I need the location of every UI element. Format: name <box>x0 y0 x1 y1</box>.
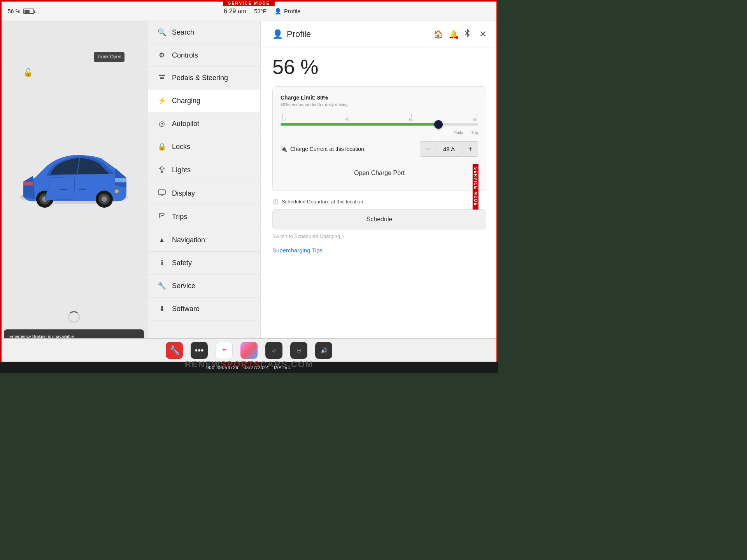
menu-item-safety[interactable]: ℹ Safety <box>148 252 260 275</box>
menu-charging-label: Charging <box>172 97 200 105</box>
profile-icon: 👤 <box>274 8 282 15</box>
status-profile[interactable]: 👤 Profile <box>274 8 301 15</box>
menu-item-service[interactable]: 🔧 Service <box>148 275 260 298</box>
menu-item-navigation[interactable]: ▲ Navigation <box>148 229 260 252</box>
menu-item-controls[interactable]: ⚙ Controls <box>148 44 260 67</box>
menu-item-search[interactable]: 🔍 Search <box>148 21 260 44</box>
menu-autopilot-label: Autopilot <box>172 120 199 128</box>
charging-icon: ⚡ <box>157 96 167 105</box>
menu-pedals-label: Pedals & Steering <box>172 74 228 82</box>
slider-tick-labels: | | | | <box>281 113 478 117</box>
menu-item-pedals[interactable]: Pedals & Steering <box>148 67 260 89</box>
dock-icon-media[interactable]: ⊟ <box>290 342 307 359</box>
watermark-cars: CARS.COM <box>260 359 313 369</box>
menu-item-software[interactable]: ⬇ Software <box>148 298 260 320</box>
menu-item-charging[interactable]: ⚡ Charging <box>148 89 260 112</box>
battery-percent-display: 56 % <box>272 55 486 79</box>
menu-lights-label: Lights <box>172 166 191 174</box>
slider-fill <box>281 123 438 126</box>
charge-plus-button[interactable]: + <box>463 141 478 157</box>
menu-locks-label: Locks <box>172 143 190 151</box>
slider-track[interactable] <box>281 123 478 126</box>
menu-item-lights[interactable]: Lights <box>148 158 260 182</box>
controls-icon: ⚙ <box>157 51 167 60</box>
charge-current-text: Charge Current at this location <box>290 146 364 152</box>
schedule-button[interactable]: Schedule <box>272 209 486 229</box>
dock-icon-more[interactable]: ••• <box>191 342 208 359</box>
charge-controls: − 48 A + <box>420 141 478 157</box>
autopilot-icon: ◎ <box>157 119 167 128</box>
navigation-icon: ▲ <box>157 236 167 244</box>
scheduled-label: 🕐 Scheduled Departure at this location <box>272 199 486 205</box>
main-content: Trunk Open 🔓 Emergency Braking is unavai… <box>0 21 498 354</box>
pedals-icon <box>157 74 167 82</box>
svg-point-16 <box>160 167 163 170</box>
battery-icon <box>23 9 34 14</box>
supercharging-tips-link[interactable]: Supercharging Tips <box>272 247 323 254</box>
menu-service-label: Service <box>172 282 195 290</box>
profile-person-icon: 👤 <box>272 29 283 39</box>
svg-rect-14 <box>159 75 165 76</box>
loading-spinner <box>68 311 80 323</box>
daily-trip-labels: Daily Trip <box>281 130 478 135</box>
car-display-area <box>0 40 148 323</box>
lights-icon <box>157 165 167 175</box>
charge-limit-header: Charge Limit: 80% <box>281 94 478 101</box>
svg-point-13 <box>115 189 119 193</box>
charging-content: 56 % Charge Limit: 80% 80% recommended f… <box>261 47 498 268</box>
svg-rect-11 <box>115 178 126 182</box>
battery-fill <box>25 10 30 13</box>
menu-item-locks[interactable]: 🔒 Locks <box>148 135 260 158</box>
charge-limit-sub: 80% recommended for daily driving <box>281 102 478 107</box>
clock-icon: 🕐 <box>272 199 279 205</box>
locks-icon: 🔒 <box>157 142 167 151</box>
menu-item-autopilot[interactable]: ◎ Autopilot <box>148 112 260 135</box>
slider-label-60: 60 <box>409 117 414 122</box>
charge-current-label: 🔌 Charge Current at this location <box>281 146 364 152</box>
content-title: 👤 Profile <box>272 29 311 39</box>
menu-safety-label: Safety <box>172 259 192 267</box>
charge-slider[interactable]: | | | | 20 40 60 80 <box>281 113 478 126</box>
status-temp: 53°F <box>254 8 267 14</box>
watermark-sports: SPORTS <box>221 359 260 369</box>
close-button[interactable]: ✕ <box>479 29 486 39</box>
dock-icon-calendar[interactable]: 27 <box>216 342 233 359</box>
menu-search-label: Search <box>172 28 194 37</box>
dock-icon-tools[interactable]: 🔧 <box>166 342 183 359</box>
battery-status: 56 % <box>8 8 34 14</box>
profile-title-text: Profile <box>287 29 311 39</box>
menu-item-trips[interactable]: Trips <box>148 205 260 229</box>
menu-trips-label: Trips <box>172 213 187 221</box>
svg-rect-22 <box>158 190 165 194</box>
bluetooth-icon[interactable] <box>464 29 471 39</box>
profile-label: Profile <box>284 8 301 14</box>
watermark-renew: RENEW <box>185 359 221 369</box>
trips-icon <box>157 212 167 222</box>
dock-icon-volume[interactable]: 🔊 <box>315 342 332 359</box>
watermark: RENEWSPORTSCARS.COM <box>185 359 313 369</box>
svg-rect-10 <box>79 189 86 190</box>
slider-label-40: 40 <box>345 117 349 122</box>
home-icon[interactable]: 🏠 <box>433 30 443 39</box>
scheduled-label-text: Scheduled Departure at this location <box>282 199 363 205</box>
menu-item-display[interactable]: Display <box>148 182 260 205</box>
menu-controls-label: Controls <box>172 51 198 60</box>
menu-navigation-label: Navigation <box>172 236 205 244</box>
slider-label-20: 20 <box>281 117 286 122</box>
status-time: 6:29 am <box>224 8 246 15</box>
scheduled-section: 🕐 Scheduled Departure at this location S… <box>272 199 486 254</box>
notification-dot <box>456 36 458 39</box>
left-panel: Trunk Open 🔓 Emergency Braking is unavai… <box>0 21 148 354</box>
bell-icon[interactable]: 🔔 <box>449 30 458 39</box>
app-dock: 🔧 ••• 27 ♫ ⊟ 🔊 <box>0 338 498 362</box>
switch-scheduled-link[interactable]: Switch to Scheduled Charging > <box>272 233 486 239</box>
safety-icon: ℹ <box>157 259 167 267</box>
menu-display-label: Display <box>172 189 195 198</box>
open-charge-port-button[interactable]: Open Charge Port <box>281 163 478 183</box>
menu-panel: 🔍 Search ⚙ Controls Pedals & Steering ⚡ … <box>148 21 261 354</box>
slider-thumb[interactable] <box>434 120 443 129</box>
dock-icon-apps[interactable] <box>240 342 258 359</box>
dock-icon-music[interactable]: ♫ <box>265 342 282 359</box>
charge-minus-button[interactable]: − <box>420 141 435 157</box>
charge-limit-card: Charge Limit: 80% 80% recommended for da… <box>272 86 486 191</box>
